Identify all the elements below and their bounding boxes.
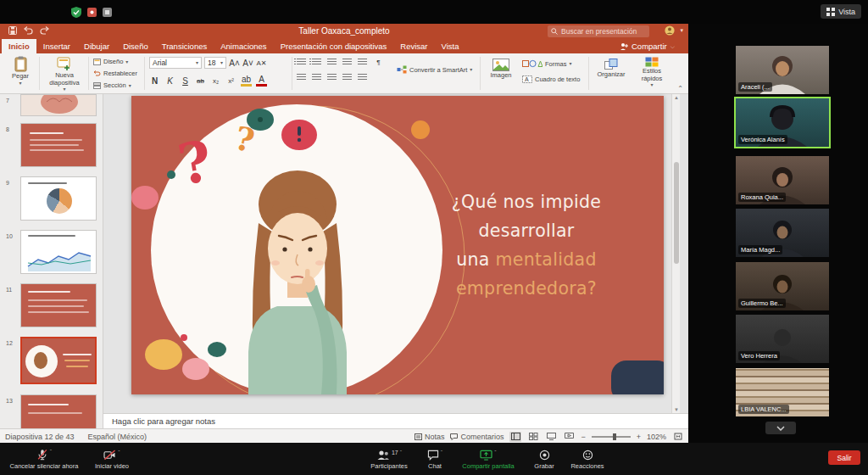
slide-sorter-view-button[interactable] <box>527 432 539 442</box>
bold-button[interactable]: N <box>149 76 160 86</box>
participants-options-caret[interactable]: ˆ <box>400 450 402 455</box>
tab-diseno[interactable]: Diseño <box>116 39 155 53</box>
scrollbar-thumb[interactable] <box>674 162 679 264</box>
text-box-button[interactable]: A Cuadro de texto <box>522 75 580 83</box>
slide-thumbnail-9[interactable] <box>20 176 97 221</box>
tab-inicio[interactable]: Inicio <box>2 39 36 53</box>
comments-toggle[interactable]: Comentarios <box>450 433 504 441</box>
chat-options-caret[interactable]: ˆ <box>441 450 442 455</box>
layout-button[interactable]: Diseño▾ <box>93 58 128 65</box>
participant-video-lbia[interactable]: LBIA VALENC... <box>736 368 829 416</box>
notes-pane[interactable]: Haga clic para agregar notas <box>103 413 688 428</box>
audio-options-caret[interactable]: ˆ <box>50 449 52 455</box>
line-spacing-button[interactable] <box>358 59 367 66</box>
justify-button[interactable] <box>342 74 352 81</box>
thinking-woman <box>248 170 347 394</box>
collapse-ribbon-button[interactable]: ⌃ <box>677 85 683 92</box>
share-options-caret[interactable]: ˆ <box>494 450 496 455</box>
slide-thumbnail-10[interactable] <box>20 230 97 274</box>
share-screen-button[interactable]: ˆ Compartir pantalla <box>454 445 522 473</box>
underline-button[interactable]: S <box>180 76 191 86</box>
shapes-button[interactable]: Formas▾ <box>522 59 571 68</box>
ribbon-options-caret[interactable]: ▾ <box>680 27 683 34</box>
reset-button[interactable]: Restablecer <box>93 70 137 77</box>
chat-button[interactable]: ˆ Chat <box>419 445 451 473</box>
participant-video-maria[interactable]: María Magd... <box>736 209 829 257</box>
font-size-select[interactable]: 18▾ <box>204 57 226 69</box>
insert-image-button[interactable]: Imagen <box>485 59 517 80</box>
text-direction-button[interactable]: ¶ <box>373 59 384 66</box>
participant-video-roxana[interactable]: Roxana Quia... <box>736 156 829 204</box>
zoom-percentage[interactable]: 102% <box>647 433 666 441</box>
paste-button[interactable]: Pegar ▾ <box>7 56 34 86</box>
tab-vista[interactable]: Vista <box>435 39 466 53</box>
slide-thumbnail-8[interactable] <box>20 123 97 167</box>
participants-button[interactable]: 17 ˆ Participantes <box>363 445 415 473</box>
font-name-select[interactable]: Arial▾ <box>149 57 202 69</box>
align-center-button[interactable] <box>312 74 321 81</box>
zoom-slider[interactable] <box>592 436 631 438</box>
scroll-down-arrow[interactable]: ▼ <box>672 407 681 412</box>
bullets-button[interactable] <box>297 59 306 66</box>
tab-dibujar[interactable]: Dibujar <box>77 39 116 53</box>
clear-format-button[interactable]: A✕ <box>256 59 267 67</box>
scroll-up-arrow[interactable]: ▲ <box>672 95 681 100</box>
decrease-indent-button[interactable] <box>327 59 337 66</box>
tab-transiciones[interactable]: Transiciones <box>155 39 214 53</box>
convert-smartart-button[interactable]: Convertir a SmartArt ▾ <box>397 65 472 74</box>
slide-canvas[interactable]: ? ? <box>131 96 664 394</box>
tab-animaciones[interactable]: Animaciones <box>214 39 273 53</box>
collapse-videos-button[interactable] <box>765 422 796 434</box>
zoom-slider-knob[interactable] <box>613 433 616 440</box>
unmute-button[interactable]: ˆ Cancelar silenciar ahora <box>3 445 85 473</box>
slide-thumbnail-7[interactable] <box>20 94 97 116</box>
grow-font-button[interactable]: A˄ <box>229 59 240 68</box>
slide-title-text[interactable]: ¿Qué nos impide desarrollar una mentalid… <box>411 187 642 303</box>
highlight-color-button[interactable]: ab <box>241 75 252 87</box>
normal-view-button[interactable] <box>509 432 521 442</box>
slide-thumbnail-11[interactable] <box>20 283 97 327</box>
numbering-button[interactable] <box>312 59 321 66</box>
video-options-caret[interactable]: ˆ <box>118 450 120 455</box>
tab-presentacion[interactable]: Presentación con diapositivas <box>274 39 394 53</box>
leave-meeting-button[interactable]: Salir <box>828 450 860 465</box>
columns-button[interactable] <box>358 74 367 81</box>
shrink-font-button[interactable]: A˅ <box>242 59 253 68</box>
language-indicator[interactable]: Español (México) <box>88 433 147 441</box>
participant-video-guillermo[interactable]: Guillermo Be... <box>736 262 829 310</box>
slide-thumbnail-13[interactable] <box>20 394 97 428</box>
slideshow-view-button[interactable] <box>563 432 575 442</box>
align-left-button[interactable] <box>297 74 306 81</box>
record-button[interactable]: Grabar <box>526 445 563 473</box>
start-video-button[interactable]: ˆ Iniciar video <box>85 445 139 473</box>
slide-thumbnail-12-selected[interactable] <box>20 337 97 384</box>
new-slide-button[interactable]: Nueva diapositiva ▾ <box>42 56 86 92</box>
italic-button[interactable]: K <box>164 76 175 86</box>
subscript-button[interactable]: x₂ <box>210 77 221 85</box>
participant-video-veronica-active-speaker[interactable]: Verónica Alanís <box>734 97 831 148</box>
superscript-button[interactable]: x² <box>225 77 236 85</box>
zoom-view-button[interactable]: Vista <box>821 4 861 19</box>
font-color-button[interactable]: A <box>256 75 267 87</box>
arrange-button[interactable]: Organizar <box>593 59 629 79</box>
participant-video-araceli[interactable]: Araceli (... <box>736 46 829 94</box>
strikethrough-button[interactable]: ab <box>195 77 206 85</box>
align-right-button[interactable] <box>327 74 337 81</box>
search-input[interactable] <box>561 27 646 36</box>
quick-styles-button[interactable]: Estilos rápidos ▾ <box>632 57 671 87</box>
tab-revisar[interactable]: Revisar <box>393 39 434 53</box>
search-box[interactable] <box>548 25 649 37</box>
vertical-scrollbar[interactable]: ▲ ▼ <box>671 94 680 413</box>
section-button[interactable]: Sección▾ <box>93 81 131 89</box>
tab-insertar[interactable]: Insertar <box>36 39 77 53</box>
reactions-button[interactable]: Reacciones <box>565 445 610 473</box>
share-button[interactable]: Compartir ⌵ <box>620 39 675 53</box>
increase-indent-button[interactable] <box>342 59 352 66</box>
participant-video-vero[interactable]: Vero Herrera <box>736 315 829 363</box>
fit-to-window-button[interactable] <box>672 432 684 442</box>
notes-toggle[interactable]: Notas <box>415 433 445 441</box>
zoom-in-button[interactable]: + <box>637 433 641 441</box>
user-avatar-icon[interactable] <box>665 25 675 36</box>
reading-view-button[interactable] <box>545 432 557 442</box>
zoom-out-button[interactable]: − <box>581 433 585 441</box>
